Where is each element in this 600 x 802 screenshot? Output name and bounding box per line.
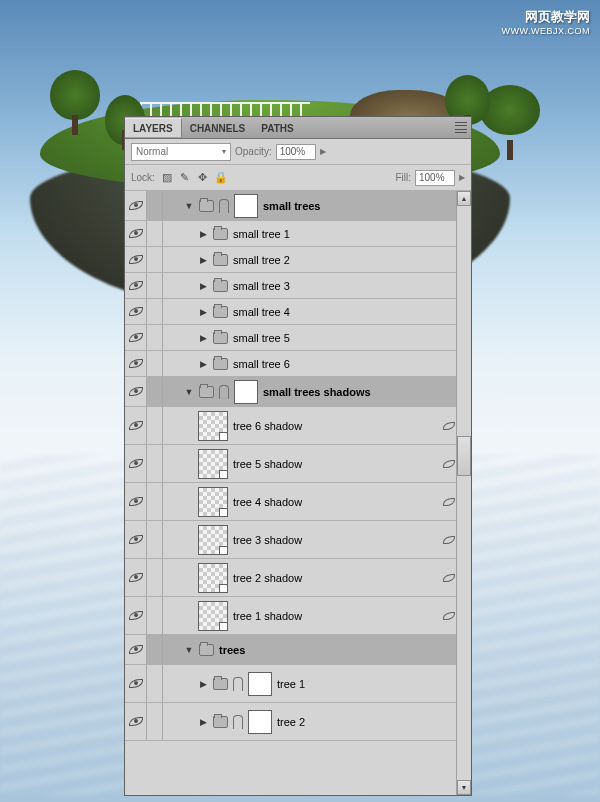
fill-flyout-icon[interactable]: ▶ <box>459 173 465 182</box>
scroll-thumb[interactable] <box>457 436 471 476</box>
layer-small-tree-4[interactable]: ▶small tree 4 <box>125 299 471 325</box>
visibility-toggle[interactable] <box>125 299 147 324</box>
link-col[interactable] <box>147 221 163 246</box>
link-col[interactable] <box>147 407 163 444</box>
link-col[interactable] <box>147 377 163 406</box>
fx-icon[interactable] <box>443 460 455 468</box>
expand-toggle[interactable]: ▶ <box>198 281 208 291</box>
visibility-toggle[interactable] <box>125 273 147 298</box>
link-col[interactable] <box>147 247 163 272</box>
expand-toggle[interactable]: ▶ <box>198 679 208 689</box>
link-col[interactable] <box>147 665 163 702</box>
tab-layers[interactable]: LAYERS <box>125 118 182 137</box>
link-col[interactable] <box>147 299 163 324</box>
opacity-input[interactable]: 100% <box>276 144 316 160</box>
link-col[interactable] <box>147 635 163 664</box>
visibility-toggle[interactable] <box>125 665 147 702</box>
fx-icon[interactable] <box>443 612 455 620</box>
layer-small-tree-6[interactable]: ▶small tree 6 <box>125 351 471 377</box>
opacity-flyout-icon[interactable]: ▶ <box>320 147 326 156</box>
lock-position-icon[interactable]: ✥ <box>195 170 211 186</box>
visibility-toggle[interactable] <box>125 521 147 558</box>
layer-tree-2-shadow[interactable]: tree 2 shadow▶ <box>125 559 471 597</box>
expand-toggle[interactable]: ▶ <box>198 307 208 317</box>
layer-tree-4-shadow[interactable]: tree 4 shadow▶ <box>125 483 471 521</box>
collapse-toggle[interactable]: ▼ <box>184 645 194 655</box>
layer-name[interactable]: small tree 2 <box>233 254 290 266</box>
visibility-toggle[interactable] <box>125 325 147 350</box>
lock-pixels-icon[interactable]: ✎ <box>177 170 193 186</box>
layer-name[interactable]: small trees <box>263 200 320 212</box>
fill-input[interactable]: 100% <box>415 170 455 186</box>
link-col[interactable] <box>147 597 163 634</box>
layer-name[interactable]: tree 2 <box>277 716 305 728</box>
visibility-toggle[interactable] <box>125 377 147 406</box>
tab-paths[interactable]: PATHS <box>253 119 301 137</box>
visibility-toggle[interactable] <box>125 483 147 520</box>
layer-name[interactable]: small tree 6 <box>233 358 290 370</box>
link-col[interactable] <box>147 191 163 220</box>
visibility-toggle[interactable] <box>125 191 147 220</box>
panel-menu-button[interactable] <box>451 121 471 135</box>
visibility-toggle[interactable] <box>125 559 147 596</box>
blend-mode-select[interactable]: Normal ▾ <box>131 143 231 161</box>
layer-name[interactable]: tree 6 shadow <box>233 420 302 432</box>
expand-toggle[interactable]: ▶ <box>198 255 208 265</box>
expand-toggle[interactable]: ▶ <box>198 229 208 239</box>
expand-toggle[interactable]: ▶ <box>198 717 208 727</box>
layer-tree-6-shadow[interactable]: tree 6 shadow▶ <box>125 407 471 445</box>
fx-icon[interactable] <box>443 498 455 506</box>
layer-name[interactable]: small tree 3 <box>233 280 290 292</box>
visibility-toggle[interactable] <box>125 445 147 482</box>
layer-group-small-trees[interactable]: ▼ small trees <box>125 191 471 221</box>
visibility-toggle[interactable] <box>125 221 147 246</box>
layer-group-trees[interactable]: ▼ trees <box>125 635 471 665</box>
link-col[interactable] <box>147 445 163 482</box>
layer-name[interactable]: small tree 4 <box>233 306 290 318</box>
layer-small-tree-1[interactable]: ▶small tree 1 <box>125 221 471 247</box>
layer-name[interactable]: small tree 5 <box>233 332 290 344</box>
layer-small-tree-2[interactable]: ▶small tree 2 <box>125 247 471 273</box>
expand-toggle[interactable]: ▶ <box>198 333 208 343</box>
fx-icon[interactable] <box>443 536 455 544</box>
link-col[interactable] <box>147 325 163 350</box>
visibility-toggle[interactable] <box>125 635 147 664</box>
link-col[interactable] <box>147 351 163 376</box>
collapse-toggle[interactable]: ▼ <box>184 387 194 397</box>
visibility-toggle[interactable] <box>125 407 147 444</box>
visibility-toggle[interactable] <box>125 597 147 634</box>
layer-name[interactable]: trees <box>219 644 245 656</box>
layer-name[interactable]: tree 5 shadow <box>233 458 302 470</box>
lock-transparency-icon[interactable]: ▨ <box>159 170 175 186</box>
scrollbar[interactable]: ▲ ▼ <box>456 191 471 795</box>
visibility-toggle[interactable] <box>125 703 147 740</box>
visibility-toggle[interactable] <box>125 247 147 272</box>
layer-name[interactable]: tree 1 <box>277 678 305 690</box>
layer-name[interactable]: small tree 1 <box>233 228 290 240</box>
scroll-track[interactable] <box>457 206 471 780</box>
layer-name[interactable]: small trees shadows <box>263 386 371 398</box>
layer-name[interactable]: tree 3 shadow <box>233 534 302 546</box>
collapse-toggle[interactable]: ▼ <box>184 201 194 211</box>
fx-icon[interactable] <box>443 422 455 430</box>
layer-name[interactable]: tree 1 shadow <box>233 610 302 622</box>
layer-tree-5-shadow[interactable]: tree 5 shadow▶ <box>125 445 471 483</box>
layer-tree-1-shadow[interactable]: tree 1 shadow▶ <box>125 597 471 635</box>
layer-small-tree-3[interactable]: ▶small tree 3 <box>125 273 471 299</box>
link-col[interactable] <box>147 521 163 558</box>
tab-channels[interactable]: CHANNELS <box>182 119 254 137</box>
link-col[interactable] <box>147 483 163 520</box>
layer-small-tree-5[interactable]: ▶small tree 5 <box>125 325 471 351</box>
layer-tree-3-shadow[interactable]: tree 3 shadow▶ <box>125 521 471 559</box>
link-col[interactable] <box>147 703 163 740</box>
link-col[interactable] <box>147 559 163 596</box>
lock-all-icon[interactable]: 🔒 <box>213 170 229 186</box>
visibility-toggle[interactable] <box>125 351 147 376</box>
scroll-down-button[interactable]: ▼ <box>457 780 471 795</box>
link-col[interactable] <box>147 273 163 298</box>
layer-name[interactable]: tree 2 shadow <box>233 572 302 584</box>
layer-group-small-trees-shadows[interactable]: ▼ small trees shadows <box>125 377 471 407</box>
layer-tree-1[interactable]: ▶tree 1 <box>125 665 471 703</box>
fx-icon[interactable] <box>443 574 455 582</box>
layer-name[interactable]: tree 4 shadow <box>233 496 302 508</box>
